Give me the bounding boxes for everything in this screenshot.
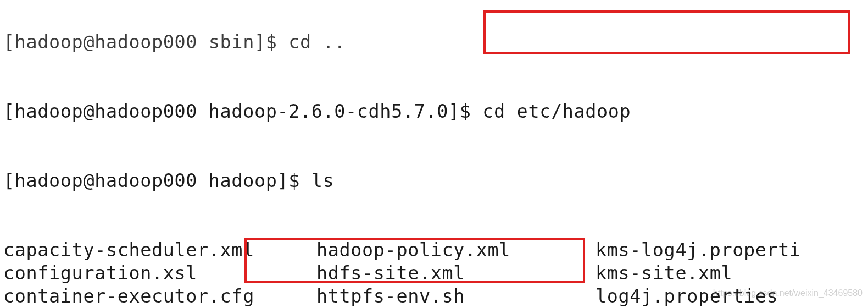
prompt-line-cd: [hadoop@hadoop000 hadoop-2.6.0-cdh5.7.0]… (3, 100, 868, 123)
highlight-box-vi-command (244, 238, 585, 283)
prompt: [hadoop@hadoop000 hadoop]$ (3, 170, 300, 191)
prompt: [hadoop@hadoop000 hadoop-2.6.0-cdh5.7.0]… (3, 101, 471, 122)
command-cd: cd etc/hadoop (482, 101, 631, 122)
watermark-text: https://blog.csdn.net/weixin_43469580 (713, 282, 863, 305)
highlight-box-cd-command (483, 10, 850, 54)
prompt-line-ls: [hadoop@hadoop000 hadoop]$ ls (3, 169, 868, 193)
command-ls: ls (311, 170, 335, 191)
